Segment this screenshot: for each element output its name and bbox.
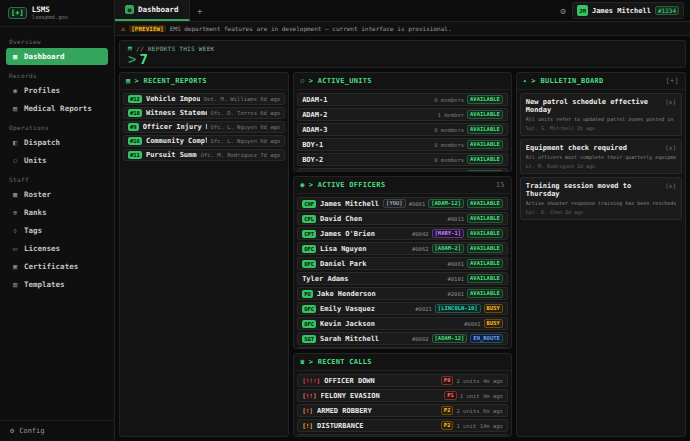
- rank-badge: OFC: [302, 305, 316, 313]
- call-row[interactable]: [·] 911 HANGUP P3 0 units 4m ago: [297, 434, 508, 436]
- bulletin-card[interactable]: New patrol schedule effective Monday [x]…: [520, 93, 682, 136]
- call-priority-glyph: [!!]: [302, 392, 316, 399]
- officer-row[interactable]: OFC Kevin Jackson #0091 BUSY: [297, 317, 508, 330]
- settings-gear-icon[interactable]: ⚙: [561, 6, 566, 16]
- app-window: [+] LSMS lsmspmd.gov Overview ▦ Dashboar…: [0, 0, 690, 441]
- officer-status-badge: AVAILABLE: [467, 289, 503, 298]
- recent-reports-panel: ▤ > RECENT_REPORTS #12 Vehicle Impound R…: [119, 72, 289, 437]
- sidebar-item-templates[interactable]: ▥ Templates: [6, 276, 108, 293]
- unit-row[interactable]: ADAM-1 0 members AVAILABLE: [297, 93, 508, 106]
- report-row[interactable]: #12 Vehicle Impound Report Det. M. Willi…: [123, 93, 285, 105]
- sidebar-item-licenses[interactable]: ▭ Licenses: [6, 240, 108, 257]
- call-priority-glyph: [!!!]: [302, 377, 320, 384]
- phone-icon: ☎: [300, 358, 305, 366]
- sidebar-item-dispatch[interactable]: ◧ Dispatch: [6, 134, 108, 151]
- call-row[interactable]: [!] DISTURBANCE P2 1 unit 14m ago: [297, 419, 508, 432]
- call-priority-glyph: [!]: [302, 422, 313, 429]
- sidebar-item-label: Certificates: [24, 262, 78, 271]
- card-icon: ▭: [11, 245, 19, 253]
- unit-row[interactable]: ADAM-2 1 member AVAILABLE: [297, 108, 508, 121]
- new-tab-button[interactable]: +: [190, 0, 210, 21]
- unit-status-badge: AVAILABLE: [467, 110, 503, 119]
- call-row[interactable]: [!!] FELONY EVASION P1 1 unit 9m ago: [297, 389, 508, 402]
- sidebar-item-dashboard[interactable]: ▦ Dashboard: [6, 48, 108, 65]
- officer-status-badge: BUSY: [484, 304, 503, 313]
- report-id-badge: #12: [128, 95, 142, 103]
- report-row[interactable]: #18 Witness Statement Summary Ofc. D. To…: [123, 107, 285, 119]
- units-list[interactable]: ADAM-1 0 members AVAILABLE ADAM-2 1 memb…: [294, 90, 511, 171]
- dashboard-icon: ▦: [11, 53, 19, 61]
- report-row[interactable]: #9 Officer Injury Report Ofc. L. Nguyen …: [123, 121, 285, 133]
- call-priority-glyph: [!]: [302, 407, 313, 414]
- officer-row[interactable]: CHF James Mitchell [YOU] #0001 [ADAM-12]…: [297, 197, 508, 210]
- officer-row[interactable]: OFC Emily Vasquez #0021 [LINCOLN-10] BUS…: [297, 302, 508, 315]
- unit-assignment-badge: [ADAM-12]: [428, 199, 464, 208]
- dashboard-tab-icon: ▦: [125, 5, 134, 14]
- topbar: ▦ Dashboard + ⚙ JM James Mitchell #1234: [115, 0, 690, 22]
- priority-badge: P2: [441, 421, 454, 430]
- officer-row[interactable]: OFC Daniel Park #0081 AVAILABLE: [297, 257, 508, 270]
- unit-row[interactable]: ADAM-3 0 members AVAILABLE: [297, 123, 508, 136]
- add-bulletin-button[interactable]: [+]: [665, 77, 679, 85]
- dismiss-bulletin-button[interactable]: [x]: [665, 144, 676, 151]
- call-row[interactable]: [!!!] OFFICER DOWN P0 2 units 4m ago: [297, 374, 508, 387]
- user-badge-number: #1234: [655, 6, 679, 15]
- officer-row[interactable]: OFC Michael Torres #0050 EN_ROUTE: [297, 347, 508, 348]
- file-icon: ▤: [11, 105, 19, 113]
- certificate-icon: ▣: [11, 263, 19, 271]
- topbar-right: ⚙ JM James Mitchell #1234: [561, 0, 690, 21]
- bulletin-card[interactable]: Equipment check required [x] All officer…: [520, 139, 682, 174]
- tab-bar: ▦ Dashboard +: [115, 0, 210, 21]
- active-officers-panel: ◉ > ACTIVE OFFICERS 15 CHF James Mitchel…: [293, 176, 512, 349]
- officer-status-badge: AVAILABLE: [467, 274, 503, 283]
- officer-row[interactable]: CPL David Chen #0011 AVAILABLE: [297, 212, 508, 225]
- sidebar-item-medical-reports[interactable]: ▤ Medical Reports: [6, 100, 108, 117]
- unit-assignment-badge: [MARY-1]: [432, 229, 465, 238]
- sidebar-item-profiles[interactable]: ◉ Profiles: [6, 82, 108, 99]
- sidebar-item-config[interactable]: ⚙ Config: [0, 420, 114, 441]
- sidebar-item-label: Roster: [24, 190, 51, 199]
- sidebar-item-roster[interactable]: ▦ Roster: [6, 186, 108, 203]
- officers-list[interactable]: CHF James Mitchell [YOU] #0001 [ADAM-12]…: [294, 194, 511, 348]
- officer-row[interactable]: CPT James O'Brien #0042 [MARY-1] AVAILAB…: [297, 227, 508, 240]
- panel-title: > ACTIVE_UNITS: [309, 77, 372, 85]
- brand-domain: lsmspmd.gov: [32, 14, 68, 20]
- section-label-records: Records: [9, 72, 105, 79]
- officer-row[interactable]: Tyler Adams #0101 AVAILABLE: [297, 272, 508, 285]
- sidebar-item-label: Tags: [24, 226, 42, 235]
- priority-badge: P0: [441, 376, 454, 385]
- report-id-badge: #11: [128, 151, 142, 159]
- unit-row[interactable]: BOY-1 0 members AVAILABLE: [297, 138, 508, 151]
- report-row[interactable]: #16 Community Complaint Response Ofc. L.…: [123, 135, 285, 147]
- reports-this-week-panel: ▤ // REPORTS THIS WEEK >7: [119, 40, 686, 68]
- bulletin-card[interactable]: Training session moved to Thursday [x] A…: [520, 177, 682, 220]
- prompt-symbol: >: [128, 51, 136, 67]
- bulletin-list: New patrol schedule effective Monday [x]…: [517, 90, 685, 436]
- unit-row[interactable]: ADAM-12 2 members AVAILABLE: [297, 168, 508, 171]
- report-row[interactable]: #11 Pursuit Summary Report Ofc. M. Rodri…: [123, 149, 285, 161]
- sidebar-item-label: Templates: [24, 280, 65, 289]
- officer-status-badge: AVAILABLE: [467, 199, 503, 208]
- user-chip[interactable]: JM James Mitchell #1234: [572, 2, 684, 19]
- tab-dashboard[interactable]: ▦ Dashboard: [115, 0, 190, 21]
- sidebar-item-tags[interactable]: ⬨ Tags: [6, 222, 108, 239]
- rank-badge: OFC: [302, 260, 316, 268]
- sidebar-item-units[interactable]: ⚇ Units: [6, 152, 108, 169]
- officer-status-badge: AVAILABLE: [467, 229, 503, 238]
- unit-status-badge: AVAILABLE: [467, 155, 503, 164]
- reports-week-count: >7: [128, 52, 677, 66]
- sidebar-item-certificates[interactable]: ▣ Certificates: [6, 258, 108, 275]
- sidebar-item-label: Profiles: [24, 86, 60, 95]
- unit-row[interactable]: BOY-2 0 members AVAILABLE: [297, 153, 508, 166]
- officers-count: 15: [496, 181, 505, 189]
- dismiss-bulletin-button[interactable]: [x]: [665, 98, 676, 105]
- call-row[interactable]: [!] ARMED ROBBERY P2 2 units 6m ago: [297, 404, 508, 417]
- dismiss-bulletin-button[interactable]: [x]: [665, 182, 676, 189]
- unit-assignment-badge: [ADAM-2]: [432, 244, 465, 253]
- officer-row[interactable]: OFC Lisa Nguyen #0062 [ADAM-2] AVAILABLE: [297, 242, 508, 255]
- sidebar-item-ranks[interactable]: ⊕ Ranks: [6, 204, 108, 221]
- report-id-badge: #16: [128, 137, 142, 145]
- sidebar: [+] LSMS lsmspmd.gov Overview ▦ Dashboar…: [0, 0, 115, 441]
- officer-row[interactable]: SGT Sarah Mitchell #0002 [ADAM-12] EN_RO…: [297, 332, 508, 345]
- officer-row[interactable]: PO Jake Henderson #2001 AVAILABLE: [297, 287, 508, 300]
